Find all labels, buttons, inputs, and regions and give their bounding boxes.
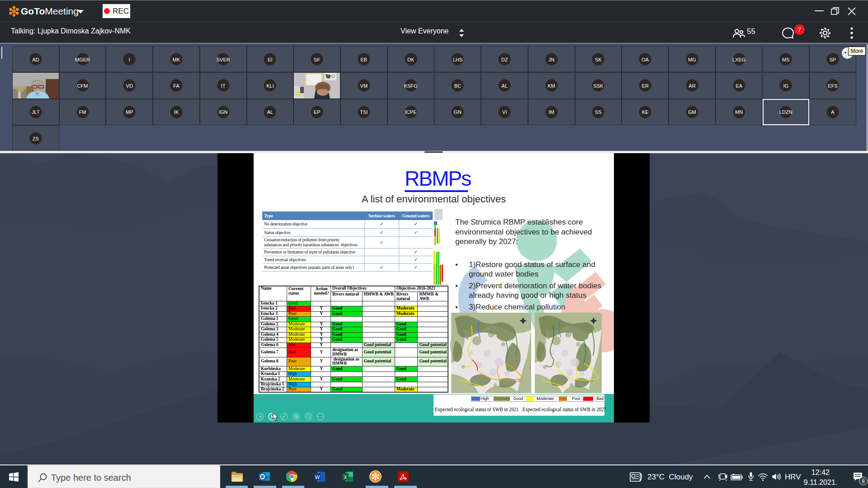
- svg-text:W: W: [315, 474, 320, 480]
- svg-text:X: X: [344, 474, 347, 480]
